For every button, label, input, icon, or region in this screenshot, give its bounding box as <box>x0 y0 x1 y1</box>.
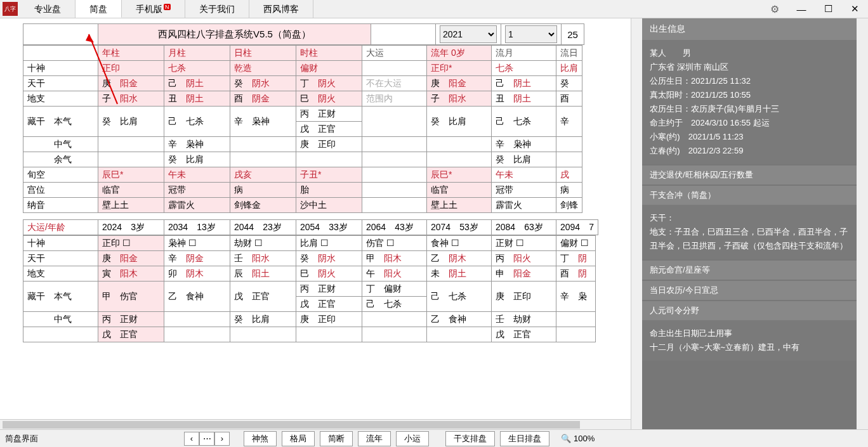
btn-geju[interactable]: 格局 <box>282 431 315 446</box>
v-scrollbar[interactable] <box>631 18 642 429</box>
side-h3[interactable]: 干支合冲（简盘） <box>642 186 857 205</box>
titlebar: 八字 专业盘 简盘 手机版N 关于我们 西风博客 ⚙ — ☐ ✕ <box>0 0 868 18</box>
new-badge: N <box>164 4 171 10</box>
nav-menu[interactable]: ⋯ <box>199 432 214 446</box>
side-h4[interactable]: 胎元命宫/星座等 <box>642 261 857 280</box>
status-bar: 简盘界面 ‹ ⋯ › 神煞 格局 简断 流年 小运 干支排盘 生日排盘 🔍 10… <box>0 429 868 447</box>
main-tabs: 专业盘 简盘 手机版N 关于我们 西风博客 <box>20 0 313 18</box>
h-scrollbar[interactable] <box>0 419 631 429</box>
side-renyuan: 命主出生日期己土用事 十二月（小寒~大寒~立春前）建丑，中有 <box>642 320 857 361</box>
tab-mobile[interactable]: 手机版N <box>122 0 185 18</box>
window-controls: ⚙ — ☐ ✕ <box>761 0 868 18</box>
btn-shengri-paipan[interactable]: 生日排盘 <box>500 431 549 446</box>
pillars-table: 年柱 月柱 日柱 时柱 大运 流年 0岁 流月 流日 十神 正印七杀乾造偏财 正… <box>23 45 582 213</box>
side-h2[interactable]: 进交退伏/旺相休囚/五行数量 <box>642 165 857 185</box>
btn-shensha[interactable]: 神煞 <box>244 431 277 446</box>
sidebar-scroll[interactable] <box>857 18 868 429</box>
tab-about[interactable]: 关于我们 <box>185 0 249 18</box>
app-logo: 八字 <box>3 2 18 16</box>
status-text: 简盘界面 <box>5 433 38 444</box>
side-ganzhi: 天干： 地支：子丑合，巳酉丑三合，巳酉半合，酉丑半合，子丑半会，巳丑拱酉，子酉破… <box>642 205 857 259</box>
btn-xiaoyun[interactable]: 小运 <box>396 431 429 446</box>
side-h5[interactable]: 当日农历/今日宜忌 <box>642 281 857 300</box>
dayun-detail-table: 十神 正印 ☐ 枭神 ☐ 劫财 ☐ 比肩 ☐ 伤官 ☐ 食神 ☐ 正财 ☐ 偏财… <box>23 235 596 342</box>
btn-jianduan[interactable]: 简断 <box>320 431 353 446</box>
btn-liunian[interactable]: 流年 <box>358 431 391 446</box>
info-sidebar: 出生信息 某人 男 广东省 深圳市 南山区 公历生日：2021/1/25 11:… <box>642 18 857 429</box>
main-content: 西风四柱八字排盘系统V5.5（简盘） 2021 1 25 年柱 月柱 日柱 时柱… <box>0 18 631 429</box>
year-select[interactable]: 2021 <box>440 25 497 43</box>
btn-ganzhi-paipan[interactable]: 干支排盘 <box>445 431 495 446</box>
side-h6[interactable]: 人元司令分野 <box>642 301 857 320</box>
app-title: 西风四柱八字排盘系统V5.5（简盘） <box>98 24 371 45</box>
day-value: 25 <box>562 24 584 45</box>
minimize-button[interactable]: — <box>788 0 815 18</box>
settings-icon[interactable]: ⚙ <box>761 0 788 18</box>
tab-pro[interactable]: 专业盘 <box>20 0 76 18</box>
side-h1: 出生信息 <box>642 18 857 40</box>
zoom-control[interactable]: 🔍 100% <box>561 434 595 443</box>
maximize-button[interactable]: ☐ <box>815 0 841 18</box>
nav-next[interactable]: › <box>214 432 230 446</box>
dayun-table: 大运/年龄 2024 3岁2034 13岁 2044 23岁2054 33岁 2… <box>23 219 598 235</box>
side-birth-info: 某人 男 广东省 深圳市 南山区 公历生日：2021/1/25 11:32 真太… <box>642 40 857 164</box>
month-select[interactable]: 1 <box>505 25 557 43</box>
tab-simple[interactable]: 简盘 <box>76 0 122 18</box>
nav-prev[interactable]: ‹ <box>184 432 199 446</box>
tab-blog[interactable]: 西风博客 <box>249 0 313 18</box>
close-button[interactable]: ✕ <box>841 0 868 18</box>
